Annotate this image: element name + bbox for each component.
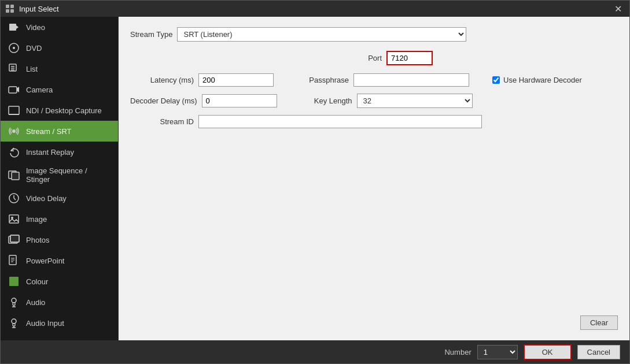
svg-rect-22 [9, 215, 19, 223]
sidebar-item-colour[interactable]: Colour [1, 271, 118, 292]
sidebar-item-label-audio-input: Audio Input [26, 319, 64, 328]
image-icon [8, 213, 20, 225]
stream-id-label: Stream ID [130, 117, 194, 126]
replay-icon [8, 146, 20, 158]
svg-point-16 [12, 129, 16, 133]
clear-button[interactable]: Clear [580, 315, 618, 330]
svg-rect-12 [9, 87, 17, 93]
delay-icon [8, 192, 20, 205]
svg-rect-3 [10, 9, 14, 13]
port-input[interactable] [386, 51, 433, 65]
sidebar-item-photos[interactable]: Photos [1, 229, 118, 250]
sidebar-item-video-delay[interactable]: Video Delay [1, 188, 118, 209]
sidebar-item-dvd[interactable]: DVD [1, 38, 118, 58]
ppt-icon [8, 254, 20, 267]
hardware-decoder-group: Use Hardware Decoder [492, 76, 582, 84]
decoder-delay-group: Decoder Delay (ms) [130, 94, 277, 107]
bottom-bar: Number 1 OK Cancel [1, 340, 629, 363]
sidebar-item-label-camera: Camera [26, 86, 53, 94]
sidebar-item-label-instant-replay: Instant Replay [26, 148, 74, 157]
latency-label: Latency (ms) [130, 76, 194, 84]
stream-type-select[interactable]: SRT (Listener)SRT (Caller)RTMPHLS [177, 27, 466, 42]
sidebar-item-label-list: List [26, 65, 38, 73]
sidebar-item-stream-srt[interactable]: Stream / SRT [1, 121, 118, 142]
hardware-decoder-checkbox[interactable] [492, 76, 500, 84]
photos-icon [8, 233, 20, 246]
audio-icon [8, 296, 20, 309]
svg-line-21 [14, 198, 16, 200]
decoder-delay-input[interactable] [202, 94, 277, 107]
sidebar-item-image-sequence[interactable]: Image Sequence / Stinger [1, 162, 118, 188]
stream-id-group: Stream ID [130, 115, 482, 128]
main-window: Input Select ✕ VideoDVDListCameraNDI / D… [0, 0, 630, 364]
number-select[interactable]: 1 [477, 345, 518, 359]
sidebar-item-label-audio: Audio [26, 298, 45, 307]
sidebar-item-label-colour: Colour [26, 277, 48, 286]
stream-icon [8, 125, 20, 138]
sidebar-item-label-video-delay: Video Delay [26, 194, 67, 203]
colour-icon [8, 275, 20, 288]
stream-type-label: Stream Type [130, 30, 172, 39]
passphrase-group: Passphrase [303, 73, 469, 87]
sidebar-item-label-image-sequence: Image Sequence / Stinger [26, 166, 111, 184]
close-button[interactable]: ✕ [611, 2, 625, 16]
key-length-select[interactable]: 321624 [357, 94, 473, 108]
main-panel: Stream Type SRT (Listener)SRT (Caller)RT… [119, 17, 629, 340]
sidebar-item-ndi[interactable]: NDI / Desktop Capture [1, 100, 118, 121]
decoder-delay-label: Decoder Delay (ms) [130, 96, 197, 105]
sidebar-item-audio[interactable]: Audio [1, 292, 118, 313]
sidebar: VideoDVDListCameraNDI / Desktop CaptureS… [1, 17, 119, 340]
cancel-button[interactable]: Cancel [577, 345, 620, 359]
latency-input[interactable] [198, 73, 274, 87]
hardware-decoder-label[interactable]: Use Hardware Decoder [503, 76, 582, 84]
sidebar-item-title-xaml[interactable]: TTitle / XAML [1, 333, 118, 340]
sidebar-item-label-video: Video [26, 23, 45, 32]
svg-point-36 [12, 319, 16, 324]
stream-type-row: Stream Type SRT (Listener)SRT (Caller)RT… [130, 27, 618, 42]
sidebar-item-image[interactable]: Image [1, 209, 118, 229]
app-icon [5, 4, 14, 13]
svg-rect-25 [10, 235, 19, 242]
sidebar-item-label-stream-srt: Stream / SRT [26, 127, 72, 136]
svg-rect-0 [6, 5, 9, 8]
stream-id-input[interactable] [198, 115, 482, 128]
form-area: Stream Type SRT (Listener)SRT (Caller)RT… [119, 17, 629, 340]
ok-button[interactable]: OK [524, 344, 572, 360]
sidebar-item-audio-input[interactable]: Audio Input [1, 313, 118, 333]
svg-rect-14 [9, 106, 19, 114]
svg-point-32 [12, 298, 16, 303]
content-area: VideoDVDListCameraNDI / Desktop CaptureS… [1, 17, 629, 340]
sidebar-item-list[interactable]: List [1, 58, 118, 79]
bottom-right: Number 1 OK Cancel [444, 344, 620, 360]
list-icon [8, 62, 20, 75]
sidebar-item-label-ndi: NDI / Desktop Capture [26, 106, 102, 115]
sidebar-item-label-powerpoint: PowerPoint [26, 257, 64, 265]
svg-point-7 [13, 47, 15, 49]
sidebar-item-camera[interactable]: Camera [1, 79, 118, 100]
dvd-icon [8, 42, 20, 54]
title-bar-left: Input Select [5, 4, 59, 13]
video-icon [8, 21, 20, 34]
sidebar-item-label-image: Image [26, 215, 47, 224]
number-label: Number [444, 348, 471, 356]
sidebar-item-video[interactable]: Video [1, 17, 118, 38]
latency-group: Latency (ms) [130, 73, 274, 87]
camera-icon [8, 83, 20, 96]
key-length-label: Key Length [306, 96, 352, 105]
port-label: Port [368, 54, 382, 62]
svg-rect-33 [13, 303, 15, 305]
clear-area: Clear [130, 310, 618, 330]
svg-rect-4 [9, 24, 16, 31]
image-seq-icon [8, 169, 20, 181]
audio-input-icon [8, 317, 20, 329]
passphrase-input[interactable] [353, 73, 469, 87]
svg-rect-31 [9, 277, 19, 286]
passphrase-label: Passphrase [303, 76, 349, 84]
sidebar-item-label-photos: Photos [26, 236, 49, 244]
svg-rect-1 [10, 5, 14, 8]
sidebar-item-instant-replay[interactable]: Instant Replay [1, 142, 118, 162]
sidebar-item-label-dvd: DVD [26, 44, 42, 53]
ndi-icon [8, 104, 20, 117]
key-length-group: Key Length 321624 [306, 94, 473, 108]
sidebar-item-powerpoint[interactable]: PowerPoint [1, 250, 118, 271]
